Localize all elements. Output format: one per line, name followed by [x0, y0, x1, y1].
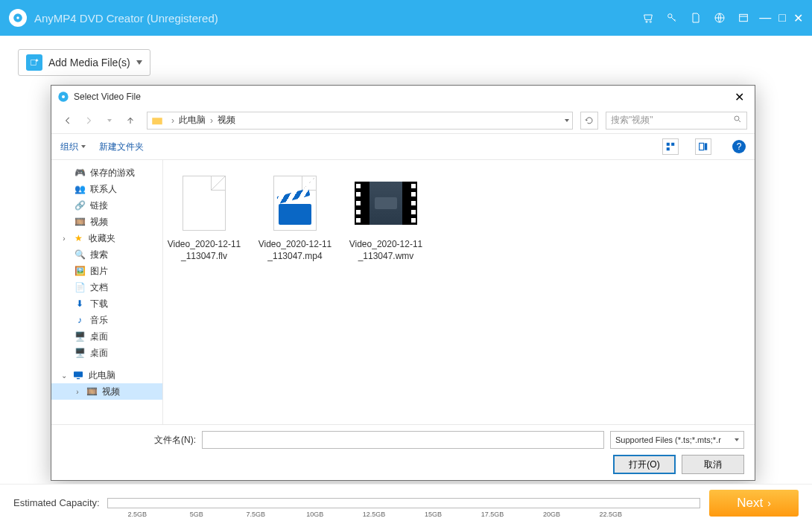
capacity-track: 2.5GB 5GB 7.5GB 10GB 12.5GB 15GB 17.5GB …: [107, 498, 700, 508]
sidebar-item-favorites[interactable]: ›★收藏夹: [51, 230, 162, 246]
add-media-label: Add Media File(s): [48, 57, 130, 68]
view-mode-button[interactable]: [662, 138, 679, 155]
video-thumbnail-icon: [355, 182, 417, 225]
globe-icon[interactable]: [711, 10, 728, 26]
sidebar-item-this-pc[interactable]: ⌄此电脑: [51, 367, 162, 383]
cart-icon[interactable]: [640, 10, 656, 26]
dialog-app-icon: [57, 91, 69, 103]
breadcrumb-folder[interactable]: 视频: [218, 114, 235, 127]
maximize-icon[interactable]: □: [778, 11, 786, 25]
svg-point-1: [16, 16, 19, 19]
cancel-button[interactable]: 取消: [682, 455, 744, 474]
minimize-icon[interactable]: —: [759, 11, 771, 25]
generic-file-icon: [183, 176, 226, 231]
refresh-button[interactable]: [580, 112, 598, 130]
help-icon[interactable]: ?: [732, 140, 746, 153]
file-name: Video_2020-12-11_113047.wmv: [345, 239, 427, 262]
sidebar-item-pc-videos[interactable]: ›🎞️视频: [51, 383, 162, 400]
svg-point-2: [646, 21, 647, 22]
new-folder-button[interactable]: 新建文件夹: [99, 141, 144, 153]
svg-point-3: [650, 21, 652, 22]
search-input[interactable]: 搜索"视频": [606, 112, 747, 130]
key-icon[interactable]: [664, 10, 680, 26]
svg-rect-16: [74, 371, 83, 377]
file-list[interactable]: Video_2020-12-11_113047.flv Video_2020-1…: [163, 160, 755, 424]
chevron-down-icon: [136, 60, 142, 65]
svg-rect-6: [740, 14, 748, 21]
open-button[interactable]: 打开(O): [613, 455, 676, 474]
file-item-flv[interactable]: Video_2020-12-11_113047.flv: [163, 172, 245, 262]
add-media-button[interactable]: Add Media File(s): [18, 49, 150, 76]
sidebar-item-search[interactable]: 🔍搜索: [51, 246, 162, 263]
up-button[interactable]: [121, 112, 139, 130]
forward-button[interactable]: [80, 112, 98, 130]
sidebar-item-desktop2[interactable]: 🖥️桌面: [51, 345, 162, 361]
sidebar-item-saved-games[interactable]: 🎮保存的游戏: [51, 164, 162, 181]
dialog-sidebar: 🎮保存的游戏 👥联系人 🔗链接 🎞️视频 ›★收藏夹 🔍搜索 🖼️图片 📄文档 …: [51, 160, 163, 424]
sidebar-item-music[interactable]: ♪音乐: [51, 312, 162, 328]
dialog-title-bar: Select Video File ✕: [51, 86, 755, 108]
dialog-body: 🎮保存的游戏 👥联系人 🔗链接 🎞️视频 ›★收藏夹 🔍搜索 🖼️图片 📄文档 …: [51, 160, 755, 424]
close-icon[interactable]: ✕: [793, 11, 803, 25]
dialog-nav: › 此电脑 › 视频 搜索"视频": [51, 108, 755, 133]
file-dialog: Select Video File ✕ › 此电脑 › 视频 搜索"视频" 组织…: [51, 85, 755, 481]
sidebar-item-desktop[interactable]: 🖥️桌面: [51, 328, 162, 345]
breadcrumb-root[interactable]: 此电脑: [179, 114, 206, 127]
sidebar-item-contacts[interactable]: 👥联系人: [51, 181, 162, 197]
svg-rect-17: [77, 378, 80, 379]
file-name: Video_2020-12-11_113047.mp4: [254, 239, 336, 262]
search-icon: [733, 115, 742, 126]
sidebar-item-videos[interactable]: 🎞️视频: [51, 214, 162, 230]
search-placeholder: 搜索"视频": [611, 114, 653, 127]
video-file-icon: [273, 176, 317, 231]
app-logo-icon: [9, 9, 27, 27]
svg-rect-11: [667, 143, 670, 146]
file-item-mp4[interactable]: Video_2020-12-11_113047.mp4: [254, 172, 336, 262]
sidebar-item-pictures[interactable]: 🖼️图片: [51, 263, 162, 279]
sidebar-item-downloads[interactable]: ⬇下载: [51, 295, 162, 312]
file-name: Video_2020-12-11_113047.flv: [163, 239, 245, 262]
preview-pane-button[interactable]: [695, 138, 711, 155]
organize-menu[interactable]: 组织: [60, 141, 86, 153]
add-media-icon: [26, 54, 42, 71]
svg-point-8: [62, 95, 65, 98]
filetype-filter[interactable]: Supported Files (*.ts;*.mts;*.r: [610, 431, 744, 449]
capacity-label: Estimated Capacity:: [13, 497, 100, 508]
dialog-toolbar: 组织 新建文件夹 ?: [51, 133, 755, 160]
sidebar-item-documents[interactable]: 📄文档: [51, 279, 162, 295]
main-toolbar: Add Media File(s): [0, 36, 812, 76]
file-icon[interactable]: [688, 10, 704, 26]
app-title: AnyMP4 DVD Creator (Unregistered): [34, 12, 218, 25]
next-button[interactable]: Next›: [709, 490, 799, 517]
dialog-footer: 文件名(N): Supported Files (*.ts;*.mts;*.r …: [51, 424, 755, 480]
back-button[interactable]: [59, 112, 77, 130]
svg-point-10: [735, 116, 739, 121]
svg-rect-12: [671, 143, 674, 146]
svg-rect-9: [152, 118, 162, 124]
arrow-right-icon: ›: [767, 497, 771, 509]
menu-icon[interactable]: [735, 10, 752, 26]
folder-icon: [150, 114, 164, 127]
sidebar-item-links[interactable]: 🔗链接: [51, 197, 162, 214]
svg-rect-14: [700, 143, 704, 150]
recent-dropdown[interactable]: [101, 112, 118, 130]
title-bar: AnyMP4 DVD Creator (Unregistered) — □ ✕: [0, 0, 812, 36]
svg-rect-13: [667, 147, 670, 150]
svg-rect-15: [705, 143, 708, 150]
filename-label: 文件名(N):: [151, 434, 196, 447]
svg-point-4: [668, 14, 672, 18]
filename-input[interactable]: [202, 431, 604, 449]
bottom-bar: Estimated Capacity: 2.5GB 5GB 7.5GB 10GB…: [0, 484, 812, 521]
address-bar[interactable]: › 此电脑 › 视频: [147, 112, 573, 130]
address-dropdown-icon[interactable]: [565, 119, 569, 122]
dialog-close-icon[interactable]: ✕: [730, 89, 749, 106]
dialog-title: Select Video File: [74, 92, 141, 102]
file-item-wmv[interactable]: Video_2020-12-11_113047.wmv: [345, 172, 427, 262]
